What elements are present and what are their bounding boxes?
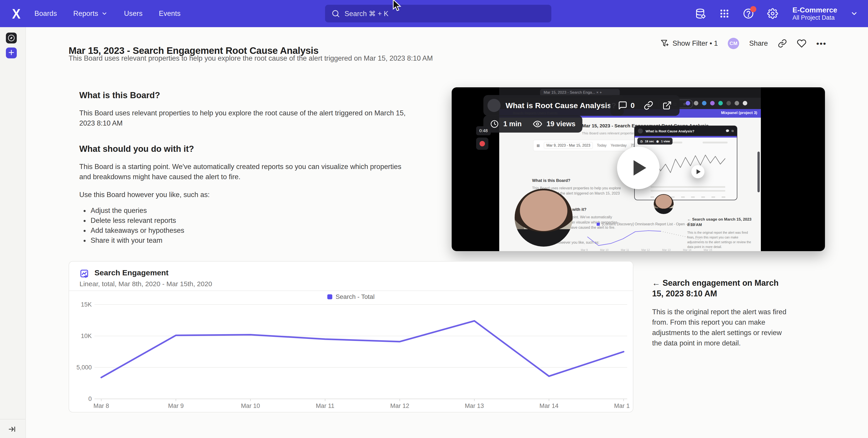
svg-text:Mar 9: Mar 9 [168,402,184,409]
data-management-icon[interactable] [695,8,706,19]
project-name: E-Commerce [793,6,837,14]
record-button [476,138,488,150]
video-project-label: Mixpanel (project 3) [721,111,757,115]
annotation-body: This is the original report the alert wa… [652,307,790,348]
intro-paragraph-2: This Board is a starting point. We've au… [79,162,414,182]
settings-gear-icon[interactable] [767,8,778,19]
chevron-down-icon [101,10,107,17]
presenter-webcam [515,189,572,246]
more-options-button[interactable]: ••• [816,39,827,48]
expand-sidebar-icon [8,425,16,433]
video-comments-button[interactable]: 0 [618,101,635,110]
mini-play-button [691,165,705,178]
svg-text:Mar 11: Mar 11 [316,402,334,409]
annotation-heading: ← Search engagement on March 15, 2023 8:… [652,278,790,299]
project-scope: All Project Data [793,14,837,21]
svg-text:Mar 10: Mar 10 [241,402,260,409]
nav-item-users[interactable]: Users [124,9,143,18]
intro-bullet-list: Adjust the queries Delete less relevant … [79,206,424,245]
help-button[interactable] [743,8,754,19]
favorite-heart-icon[interactable] [797,39,806,48]
open-external-icon[interactable] [662,101,672,110]
line-chart-icon [80,269,90,280]
notification-badge [750,6,756,12]
svg-text:Mar 8: Mar 8 [93,402,109,409]
left-rail [0,27,26,438]
intro-section: What is this Board? This Board uses rele… [79,91,424,245]
top-nav: X Boards Reports Users Events Search ⌘ +… [0,0,868,27]
create-board-button[interactable] [6,47,17,58]
report-annotation: ← Search engagement on March 15, 2023 8:… [652,278,790,348]
copy-link-icon[interactable] [778,39,787,48]
project-chevron-down-icon[interactable] [850,10,858,18]
search-input[interactable]: Search ⌘ + K [325,5,551,23]
video-meta-bar: 1 min 19 views [484,115,582,133]
laptop-chart [651,149,725,183]
svg-text:Mar 15: Mar 15 [614,402,630,409]
video-actions: 0 [610,95,680,116]
legend-swatch [327,294,332,299]
nav-right-cluster: E-Commerce All Project Data [695,0,858,27]
video-mini-legend: [Content Discovery] Omnisearch Report Li… [597,222,695,226]
svg-text:5,000: 5,000 [76,364,92,371]
laptop-webcam [654,194,674,214]
nav-item-reports[interactable]: Reports [73,9,107,18]
report-card-search-engagement[interactable]: Search Engagement Linear, total, Mar 8th… [69,261,633,412]
list-item: Adjust the queries [89,206,424,215]
filter-icon [660,39,669,48]
intro-paragraph-3: Use this Board however you like, such as… [79,190,414,200]
rail-divider [0,419,25,419]
list-item: Delete less relevant reports [89,215,424,226]
search-icon [331,9,340,18]
video-author-avatar [488,99,501,112]
mixpanel-logo-icon[interactable]: X [9,5,24,22]
search-placeholder: Search ⌘ + K [344,9,389,18]
mouse-cursor [392,0,403,12]
laptop-avatar [638,129,643,133]
video-mini-scrollbar [757,151,760,192]
clock-icon [490,120,499,128]
play-button[interactable] [617,146,660,189]
show-filter-label: Show Filter • 1 [673,39,718,47]
project-switcher[interactable]: E-Commerce All Project Data [793,6,837,21]
compass-icon [7,34,15,42]
nav-item-boards[interactable]: Boards [34,9,57,18]
video-title-bar: What is Root Cause Analysis? [484,95,624,116]
comment-icon [618,101,627,110]
primary-nav: Boards Reports Users Events [34,0,181,27]
intro-heading-2: What should you do with it? [79,144,424,154]
recording-time: 0:48 [476,126,491,135]
svg-text:Mar 12: Mar 12 [390,402,409,409]
list-item: Add takeaways or hypotheses [89,226,424,236]
board-toolbar: Show Filter • 1 CM Share ••• [660,36,827,51]
video-link-icon[interactable] [644,101,653,110]
svg-text:0: 0 [88,396,92,402]
video-player[interactable]: Mar 15, 2023 - Search Enga... × + ◔◫☆ Bo… [452,87,825,251]
plus-icon [8,49,15,56]
svg-text:Mar 13: Mar 13 [465,402,484,409]
discover-button[interactable] [6,33,17,43]
intro-heading-1: What is this Board? [79,91,424,100]
report-card-header: Search Engagement Linear, total, Mar 8th… [69,262,633,291]
nav-item-events[interactable]: Events [159,9,181,18]
laptop-meta-pill: ◷18 sec◉1 view [638,138,673,144]
share-button[interactable]: Share [749,39,768,47]
expand-sidebar-button[interactable] [8,425,16,433]
list-item: Share it with your team [89,236,424,245]
intro-paragraph-1: This Board uses relevant properties to h… [79,108,414,128]
svg-text:10K: 10K [81,333,92,339]
report-subtitle: Linear, total, Mar 8th, 2020 - Mar 15th,… [80,280,212,288]
eye-icon [533,120,542,129]
svg-text:Mar 14: Mar 14 [539,402,559,409]
avatar[interactable]: CM [728,38,739,49]
video-duration: 1 min [503,120,522,128]
apps-grid-icon[interactable] [719,8,730,19]
report-title: Search Engagement [94,268,168,277]
page-subtitle: This Board uses relevant properties to h… [69,54,433,62]
video-title: What is Root Cause Analysis? [505,101,616,110]
video-views: 19 views [547,120,576,128]
engagement-chart: 15K10K5,0000Mar 8Mar 9Mar 10Mar 11Mar 12… [73,300,630,413]
show-filter-button[interactable]: Show Filter • 1 [660,39,718,48]
browser-extensions [686,101,747,105]
svg-text:15K: 15K [81,301,92,308]
